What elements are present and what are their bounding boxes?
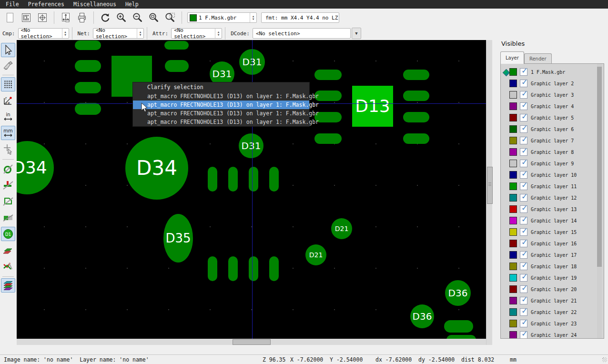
layer-row-23[interactable]: ✓Graphic layer 23: [501, 318, 604, 330]
layer-color-swatch[interactable]: [509, 274, 517, 282]
canvas-vertical-scrollbar[interactable]: [486, 40, 492, 345]
layer-row-3[interactable]: ✓Graphic layer 3: [501, 90, 604, 101]
pad-d36[interactable]: D36: [445, 280, 471, 306]
layer-row-22[interactable]: ✓Graphic layer 22: [501, 307, 604, 318]
layer-color-swatch[interactable]: [509, 297, 517, 304]
layer-row-14[interactable]: ✓Graphic layer 14: [501, 215, 604, 227]
layer-color-swatch[interactable]: [509, 320, 517, 327]
layer-color-swatch[interactable]: [509, 285, 517, 293]
layer-color-swatch[interactable]: [509, 91, 517, 99]
layer-row-17[interactable]: ✓Graphic layer 17: [501, 250, 604, 261]
layer-visibility-checkbox[interactable]: ✓: [520, 80, 527, 87]
measure-tool-button[interactable]: [1, 59, 15, 73]
layer-visibility-checkbox[interactable]: ✓: [520, 217, 527, 224]
layer-row-20[interactable]: ✓Graphic layer 20: [501, 284, 604, 295]
layer-visibility-checkbox[interactable]: ✓: [520, 194, 527, 202]
dcode-select[interactable]: <No selection>: [253, 28, 351, 39]
print-button[interactable]: [75, 10, 89, 25]
layer-color-swatch[interactable]: [509, 160, 517, 167]
cmp-spinner[interactable]: ▲▼: [62, 29, 69, 38]
clarify-selection-item-4[interactable]: apt_macro FRECTNOHOLE13 (D13) on layer 1…: [133, 118, 309, 126]
layer-visibility-checkbox[interactable]: ✓: [520, 137, 527, 144]
clarify-selection-item-1[interactable]: apt_macro FRECTNOHOLE13 (D13) on layer 1…: [133, 92, 309, 101]
layer-visibility-checkbox[interactable]: ✓: [520, 148, 527, 156]
pad[interactable]: [444, 320, 473, 333]
layer-row-18[interactable]: ✓Graphic layer 18: [501, 261, 604, 273]
cursor-shape-button[interactable]: [1, 142, 15, 156]
layer-visibility-checkbox[interactable]: ✓: [520, 160, 527, 167]
active-layer-select[interactable]: 1 F.Mask.gbr ▲▼: [187, 12, 257, 23]
gerber-canvas[interactable]: Clarify selection apt_macro FRECTNOHOLE1…: [17, 40, 486, 339]
layer-visibility-checkbox[interactable]: ✓: [520, 171, 527, 179]
sketch-polygons-button[interactable]: [1, 194, 15, 209]
cmp-select[interactable]: <No selection> ▲▼: [18, 28, 69, 39]
layer-visibility-checkbox[interactable]: ✓: [520, 102, 527, 110]
pad[interactable]: [269, 256, 279, 281]
canvas-horizontal-scrollbar[interactable]: [17, 339, 486, 345]
layer-spinner[interactable]: ▲▼: [250, 13, 256, 22]
diff-mode-button[interactable]: [1, 243, 15, 257]
layer-color-swatch[interactable]: [509, 228, 517, 236]
menu-file[interactable]: File: [6, 1, 19, 8]
net-select[interactable]: <No selection> ▲▼: [93, 28, 144, 39]
layer-row-11[interactable]: ✓Graphic layer 11: [501, 181, 604, 192]
open-drill-button[interactable]: [35, 10, 50, 25]
pad-d21[interactable]: D21: [331, 218, 352, 239]
layer-row-19[interactable]: ✓Graphic layer 19: [501, 273, 604, 284]
zoom-out-button[interactable]: [131, 10, 145, 25]
vertical-scroll-thumb[interactable]: [487, 167, 493, 204]
sketch-lines-button[interactable]: [1, 178, 15, 192]
zoom-in-button[interactable]: [114, 10, 129, 25]
pad[interactable]: [75, 60, 101, 72]
pad-d36[interactable]: D36: [410, 304, 434, 328]
pad[interactable]: [75, 40, 101, 50]
layer-row-21[interactable]: ✓Graphic layer 21: [501, 295, 604, 307]
layer-visibility-checkbox[interactable]: ✓: [520, 251, 527, 259]
layer-visibility-checkbox[interactable]: ✓: [520, 320, 527, 327]
pad[interactable]: [208, 256, 217, 281]
layer-color-swatch[interactable]: [509, 80, 517, 87]
tab-render[interactable]: Render: [524, 53, 552, 64]
pad[interactable]: [228, 256, 238, 281]
layer-row-13[interactable]: ✓Graphic layer 13: [501, 204, 604, 215]
polar-coords-button[interactable]: rφ: [1, 93, 15, 108]
open-gerber-button[interactable]: [19, 10, 33, 25]
zoom-fit-button[interactable]: [147, 10, 161, 25]
layer-visibility-checkbox[interactable]: ✓: [520, 331, 527, 339]
layer-color-swatch[interactable]: [509, 240, 517, 247]
clarify-selection-item-2[interactable]: apt_macro FRECTNOHOLE13 (D13) on layer 1…: [133, 101, 309, 109]
menu-miscellaneous[interactable]: Miscellaneous: [73, 1, 116, 8]
layer-list-scroll-thumb[interactable]: [597, 67, 602, 267]
pad[interactable]: [165, 60, 189, 72]
tab-layer[interactable]: Layer: [500, 51, 524, 64]
layer-visibility-checkbox[interactable]: ✓: [520, 228, 527, 236]
layers-manager-button[interactable]: [1, 278, 15, 293]
clarify-selection-item-3[interactable]: apt_macro FRECTNOHOLE13 (D13) on layer 1…: [133, 109, 309, 118]
pad-d35[interactable]: D35: [163, 214, 193, 263]
pad[interactable]: [403, 112, 429, 122]
layer-visibility-checkbox[interactable]: ✓: [520, 297, 527, 304]
layer-color-swatch[interactable]: [509, 102, 517, 110]
layer-row-16[interactable]: ✓Graphic layer 16: [501, 238, 604, 250]
layer-row-1[interactable]: ✓1 F.Mask.gbr: [501, 67, 604, 78]
layer-visibility-checkbox[interactable]: ✓: [520, 285, 527, 293]
pad[interactable]: [249, 167, 258, 192]
layer-visibility-checkbox[interactable]: ✓: [520, 263, 527, 270]
layer-color-swatch[interactable]: [509, 148, 517, 156]
layer-color-swatch[interactable]: [509, 194, 517, 202]
pad-d34[interactable]: D34: [17, 141, 54, 194]
sheet-size-button[interactable]: [59, 10, 73, 25]
layer-row-6[interactable]: ✓Graphic layer 6: [501, 124, 604, 135]
menu-help[interactable]: Help: [125, 1, 139, 8]
layer-color-swatch[interactable]: [509, 308, 517, 316]
net-spinner[interactable]: ▲▼: [137, 29, 143, 38]
layer-row-15[interactable]: ✓Graphic layer 15: [501, 227, 604, 238]
layer-color-swatch[interactable]: [509, 217, 517, 224]
layer-visibility-checkbox[interactable]: ✓: [520, 205, 527, 213]
pad[interactable]: [314, 133, 342, 144]
layer-visibility-checkbox[interactable]: ✓: [520, 125, 527, 133]
layer-row-4[interactable]: ✓Graphic layer 4: [501, 101, 604, 112]
horizontal-scroll-thumb[interactable]: [233, 339, 271, 345]
pointer-tool-button[interactable]: [1, 43, 15, 57]
layer-color-swatch[interactable]: [509, 171, 517, 179]
